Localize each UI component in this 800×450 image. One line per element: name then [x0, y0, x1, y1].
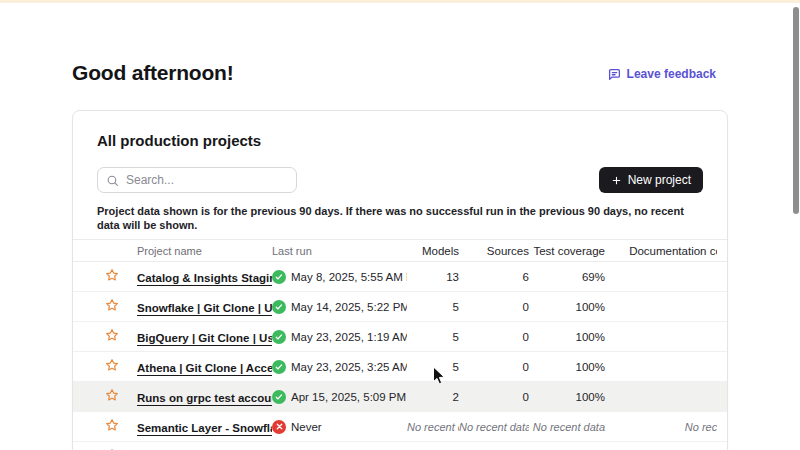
- page: { "page": { "greeting": "Good afternoon!…: [0, 0, 800, 450]
- favorite-star-button[interactable]: [105, 298, 119, 312]
- favorite-star-button[interactable]: [105, 388, 119, 402]
- column-header-test-coverage: Test coverage: [529, 245, 605, 257]
- favorite-star-button[interactable]: [105, 328, 119, 342]
- models-value: 2: [407, 391, 459, 403]
- table-row[interactable]: Runs on grpc test accountApr 15, 2025, 5…: [73, 382, 727, 412]
- plus-icon: [611, 175, 622, 186]
- sources-value: 0: [459, 361, 529, 373]
- last-run-value: Never: [291, 421, 322, 433]
- test-coverage-value: 100%: [529, 331, 605, 343]
- check-circle-icon: [272, 300, 286, 314]
- table-row[interactable]: Snowflake | Git Clone | Key...NeverNo re…: [73, 442, 727, 450]
- project-name-link[interactable]: BigQuery | Git Clone | User...: [137, 332, 272, 344]
- project-name-link[interactable]: Semantic Layer - Snowflake: [137, 422, 272, 434]
- project-name-link[interactable]: Runs on grpc test account: [137, 392, 272, 404]
- sources-value: No recent data: [459, 421, 529, 433]
- data-range-notice: Project data shown is for the previous 9…: [97, 204, 703, 232]
- sources-value: 6: [459, 271, 529, 283]
- projects-table: Project name Last run Models Sources Tes…: [73, 239, 727, 450]
- feedback-bubble-icon: [608, 68, 621, 81]
- card-title: All production projects: [97, 131, 703, 151]
- table-row[interactable]: Snowflake | Git Clone | Use...May 14, 20…: [73, 292, 727, 322]
- table-body: Catalog & Insights Staging...May 8, 2025…: [73, 262, 727, 450]
- models-value: 13: [407, 271, 459, 283]
- test-coverage-value: No recent data: [529, 421, 605, 433]
- column-header-documentation-coverage: Documentation coverage: [605, 245, 717, 257]
- sources-value: 0: [459, 331, 529, 343]
- check-circle-icon: [272, 390, 286, 404]
- last-run-value: May 8, 2025, 5:55 AM BST: [291, 271, 407, 283]
- check-circle-icon: [272, 270, 286, 284]
- last-run-value: May 23, 2025, 1:19 AM BST: [291, 331, 407, 343]
- favorite-star-button[interactable]: [105, 268, 119, 282]
- test-coverage-value: 100%: [529, 361, 605, 373]
- models-value: 5: [407, 331, 459, 343]
- project-name-link[interactable]: Snowflake | Git Clone | Use...: [137, 302, 272, 314]
- test-coverage-value: 100%: [529, 301, 605, 313]
- new-project-button[interactable]: New project: [599, 167, 703, 193]
- last-run-value: Apr 15, 2025, 5:09 PM BST: [291, 391, 407, 403]
- search-icon: [106, 174, 119, 187]
- models-value: No recent data: [407, 421, 459, 433]
- leave-feedback-label: Leave feedback: [627, 67, 716, 81]
- sources-value: 0: [459, 391, 529, 403]
- table-row[interactable]: Athena | Git Clone | Acces...May 23, 202…: [73, 352, 727, 382]
- vertical-scrollbar-thumb[interactable]: [793, 7, 799, 214]
- column-header-last-run: Last run: [272, 245, 407, 257]
- page-title: Good afternoon!: [72, 61, 233, 85]
- table-row[interactable]: Semantic Layer - SnowflakeNeverNo recent…: [73, 412, 727, 442]
- check-circle-icon: [272, 330, 286, 344]
- sources-value: 0: [459, 301, 529, 313]
- last-run-value: May 14, 2025, 5:22 PM BST: [291, 301, 407, 313]
- test-coverage-value: 100%: [529, 391, 605, 403]
- documentation-coverage-value: No recent data: [605, 421, 717, 433]
- projects-card: All production projects New project Proj…: [72, 110, 728, 450]
- column-header-sources: Sources: [459, 245, 529, 257]
- top-accent-strip: [0, 0, 800, 3]
- search-input[interactable]: [97, 167, 297, 193]
- project-name-link[interactable]: Athena | Git Clone | Acces...: [137, 362, 272, 374]
- favorite-star-button[interactable]: [105, 418, 119, 432]
- column-header-project-name: Project name: [137, 245, 272, 257]
- favorite-star-button[interactable]: [105, 358, 119, 372]
- x-circle-icon: [272, 420, 286, 434]
- table-row[interactable]: Catalog & Insights Staging...May 8, 2025…: [73, 262, 727, 292]
- last-run-value: May 23, 2025, 3:25 AM BST: [291, 361, 407, 373]
- table-row[interactable]: BigQuery | Git Clone | User...May 23, 20…: [73, 322, 727, 352]
- column-header-models: Models: [407, 245, 459, 257]
- toolbar: New project: [97, 167, 703, 193]
- models-value: 5: [407, 361, 459, 373]
- leave-feedback-link[interactable]: Leave feedback: [608, 67, 716, 81]
- search-box: [97, 167, 297, 193]
- table-header: Project name Last run Models Sources Tes…: [73, 239, 727, 262]
- project-name-link[interactable]: Catalog & Insights Staging...: [137, 272, 272, 284]
- new-project-label: New project: [628, 173, 691, 187]
- check-circle-icon: [272, 360, 286, 374]
- models-value: 5: [407, 301, 459, 313]
- test-coverage-value: 69%: [529, 271, 605, 283]
